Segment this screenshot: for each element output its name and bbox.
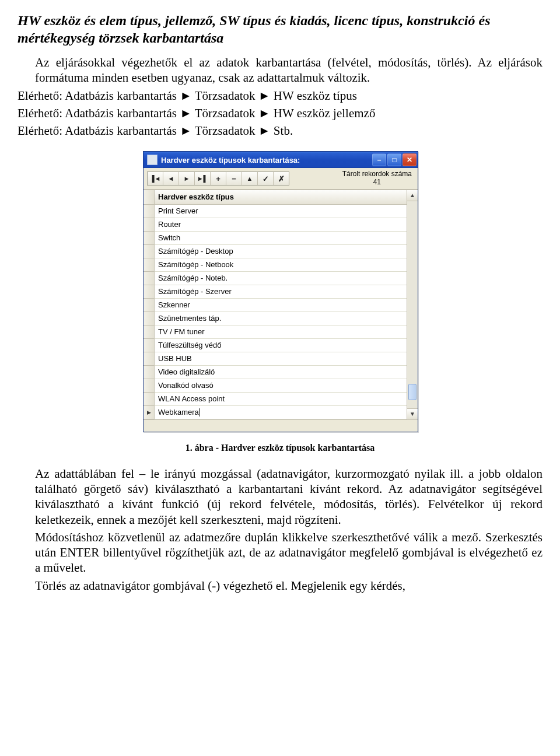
menu-path-1: Elérhető: Adatbázis karbantartás ► Törzs… — [18, 88, 542, 103]
window-footer — [144, 419, 418, 432]
app-icon — [147, 155, 158, 165]
intro-paragraph: Az eljárásokkal végezhetők el az adatok … — [35, 55, 542, 86]
toolbar: ▐◄ ◄ ► ►▌ + − ▲ ✓ ✗ Tárolt rekordok szám… — [144, 168, 418, 190]
row-handle-header — [144, 190, 154, 205]
row-handle[interactable] — [144, 379, 154, 393]
app-window: Hardver eszköz típusok karbantartása: – … — [143, 151, 418, 432]
body-paragraph-3: Törlés az adatnavigátor gombjával (-) vé… — [35, 578, 542, 593]
data-grid: Hardver eszköz típus Print ServerRouterS… — [144, 190, 418, 419]
table-row[interactable]: Számítógép - Netbook — [155, 258, 407, 272]
scroll-track[interactable] — [407, 201, 418, 408]
nav-edit-button[interactable]: ▲ — [242, 172, 258, 185]
table-row[interactable]: Szünetmentes táp. — [155, 312, 407, 326]
menu-path-2: Elérhető: Adatbázis karbantartás ► Törzs… — [18, 106, 542, 121]
minimize-button[interactable]: – — [372, 153, 386, 166]
data-column: Hardver eszköz típus Print ServerRouterS… — [155, 190, 407, 419]
table-row[interactable]: USB HUB — [155, 352, 407, 366]
table-row[interactable]: Router — [155, 218, 407, 232]
row-handle[interactable] — [144, 366, 154, 379]
vertical-scrollbar[interactable]: ▲ ▼ — [407, 190, 418, 419]
column-header[interactable]: Hardver eszköz típus — [155, 190, 407, 205]
record-navigator: ▐◄ ◄ ► ►▌ + − ▲ ✓ ✗ — [147, 172, 289, 186]
row-handle[interactable] — [144, 245, 154, 258]
nav-delete-button[interactable]: − — [226, 172, 242, 185]
maximize-button[interactable]: □ — [387, 153, 401, 166]
section-heading: HW eszköz és elem típus, jellemző, SW tí… — [18, 12, 542, 47]
row-handle[interactable] — [144, 272, 154, 285]
nav-prev-button[interactable]: ◄ — [163, 172, 179, 185]
titlebar[interactable]: Hardver eszköz típusok karbantartása: – … — [144, 152, 418, 168]
row-handle[interactable] — [144, 205, 154, 218]
table-row[interactable]: Számítógép - Desktop — [155, 245, 407, 258]
row-handle[interactable] — [144, 285, 154, 299]
nav-last-button[interactable]: ►▌ — [195, 172, 211, 185]
nav-post-button[interactable]: ✓ — [258, 172, 274, 185]
scroll-thumb[interactable] — [408, 384, 416, 400]
nav-next-button[interactable]: ► — [179, 172, 195, 185]
row-handle[interactable] — [144, 339, 154, 352]
table-row[interactable]: Vonalkód olvasó — [155, 379, 407, 393]
row-handle[interactable] — [144, 352, 154, 366]
scroll-down-icon[interactable]: ▼ — [407, 408, 418, 419]
row-handle[interactable] — [144, 232, 154, 245]
record-count-value: 41 — [342, 178, 412, 187]
record-count-label: Tárolt rekordok száma — [342, 170, 412, 178]
close-button[interactable]: ✕ — [402, 153, 416, 166]
table-row[interactable]: Video digitalizáló — [155, 366, 407, 379]
row-indicator-column — [144, 190, 155, 419]
table-row[interactable]: Szkenner — [155, 299, 407, 312]
table-row[interactable]: Switch — [155, 232, 407, 245]
menu-path-3: Elérhető: Adatbázis karbantartás ► Törzs… — [18, 123, 542, 138]
table-row[interactable]: WLAN Access point — [155, 393, 407, 406]
row-handle[interactable] — [144, 406, 154, 419]
row-handle[interactable] — [144, 312, 154, 326]
nav-add-button[interactable]: + — [211, 172, 226, 185]
nav-first-button[interactable]: ▐◄ — [148, 172, 163, 185]
screenshot-figure: Hardver eszköz típusok karbantartása: – … — [143, 151, 417, 432]
row-handle[interactable] — [144, 258, 154, 272]
table-row[interactable]: Túlfeszültség védő — [155, 339, 407, 352]
table-row[interactable]: Webkamera — [155, 406, 407, 419]
row-handle[interactable] — [144, 393, 154, 406]
nav-cancel-button[interactable]: ✗ — [274, 172, 289, 185]
row-handle[interactable] — [144, 326, 154, 339]
record-count-display: Tárolt rekordok száma 41 — [342, 170, 414, 187]
window-title: Hardver eszköz típusok karbantartása: — [161, 156, 372, 164]
table-row[interactable]: Print Server — [155, 205, 407, 218]
table-row[interactable]: Számítógép - Noteb. — [155, 272, 407, 285]
row-handle[interactable] — [144, 218, 154, 232]
figure-caption: 1. ábra - Hardver eszköz típusok karbant… — [18, 443, 542, 453]
scroll-up-icon[interactable]: ▲ — [407, 190, 418, 201]
body-paragraph-1: Az adattáblában fel – le irányú mozgássa… — [35, 466, 542, 527]
table-row[interactable]: Számítógép - Szerver — [155, 285, 407, 299]
body-paragraph-2: Módosításhoz közvetlenül az adatmezőre d… — [35, 530, 542, 576]
table-row[interactable]: TV / FM tuner — [155, 326, 407, 339]
row-handle[interactable] — [144, 299, 154, 312]
